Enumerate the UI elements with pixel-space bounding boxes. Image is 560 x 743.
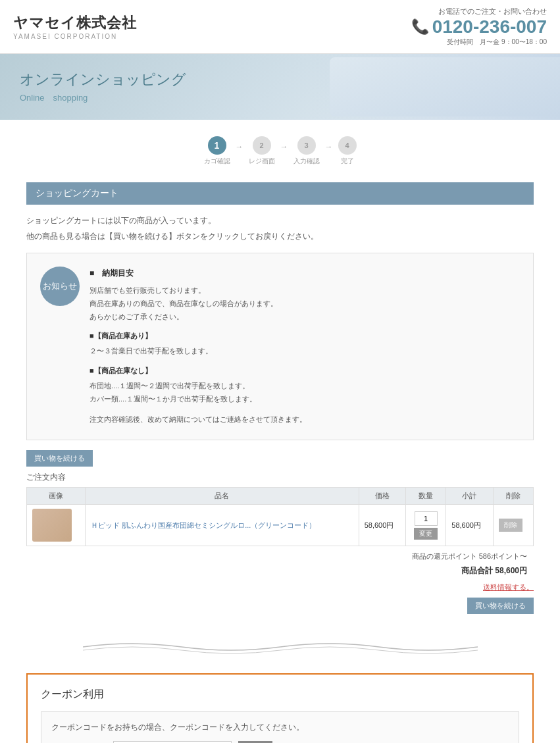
product-subtotal-cell: 58,600円: [446, 505, 493, 546]
banner-image: [310, 54, 560, 120]
step-4-circle: 4: [338, 136, 357, 155]
phone-number: 📞 0120-236-007: [411, 16, 547, 38]
cart-title: ショッピングカート: [36, 188, 118, 198]
qty-input[interactable]: [415, 511, 438, 526]
logo-area: ヤマセイ株式会社 YAMASEI CORPORATION: [13, 13, 137, 40]
cart-desc-1: ショッピングカートには以下の商品が入っています。: [26, 215, 534, 227]
coupon-title: クーポン利用: [41, 688, 519, 702]
col-subtotal: 小計: [446, 488, 493, 505]
product-qty-cell: 変更: [406, 505, 446, 546]
step-indicator: 1 カゴ確認 → 2 レジ画面 → 3 入力確認 → 4 完了: [0, 120, 560, 176]
grand-total-row: 商品合計 58,600円: [26, 563, 534, 578]
wave-divider: [0, 634, 560, 660]
phone-hours: 受付時間 月〜金 9：00〜18：00: [411, 38, 547, 47]
shipping-info-link[interactable]: 送料情報する。: [483, 583, 534, 591]
delivery-title: ■ 納期目安: [89, 267, 520, 281]
cart-section-header: ショッピングカート: [26, 182, 534, 205]
step-3-label: 入力確認: [293, 157, 320, 166]
product-price: 58,600円: [365, 521, 394, 529]
phone-area: お電話でのご注文・お問い合わせ 📞 0120-236-007 受付時間 月〜金 …: [411, 7, 547, 47]
out-stock-cover: カバー類....１週間〜１か月で出荷手配を致します。: [89, 393, 520, 406]
step-1: 1 カゴ確認: [204, 136, 230, 166]
step-2-circle: 2: [253, 136, 271, 155]
notice-content: ■ 納期目安 別店舗でも並行販売しております。 商品在庫ありの商品で、商品在庫な…: [89, 267, 520, 426]
site-header: ヤマセイ株式会社 YAMASEI CORPORATION お電話でのご注文・お問…: [0, 0, 560, 54]
coupon-inner: クーポンコードをお持ちの場合、クーポンコードを入力してください。 クーポンコード…: [41, 711, 519, 743]
logo-english: YAMASEI CORPORATION: [13, 33, 137, 40]
out-stock-futon: 布団地....１週間〜２週間で出荷手配を致します。: [89, 380, 520, 393]
step-3-circle: 3: [297, 136, 316, 155]
footer-note: 注文内容確認後、改めて納期についてはご連絡をさせて頂きます。: [89, 413, 520, 426]
shipping-link-area: 送料情報する。: [26, 582, 534, 592]
step-2-label: レジ画面: [249, 157, 275, 166]
step-4: 4 完了: [338, 136, 357, 166]
step-1-circle: 1: [208, 136, 226, 155]
col-price: 価格: [359, 488, 405, 505]
points-value: 586ポイント〜: [479, 551, 527, 561]
phone-label: お電話でのご注文・お問い合わせ: [411, 7, 547, 16]
delete-button[interactable]: 削除: [499, 519, 522, 532]
order-content-label: ご注文内容: [26, 472, 534, 483]
order-table: 画像 品名 価格 数量 小計 削除 Ｈピッド 肌ふんわり国産布団綿セミシングルロ…: [26, 487, 534, 546]
product-subtotal: 58,600円: [451, 521, 481, 529]
step-1-label: カゴ確認: [204, 157, 230, 166]
col-image: 画像: [27, 488, 86, 505]
qty-area: 変更: [411, 511, 440, 540]
delivery-line3: あらかじめご了承ください。: [89, 311, 520, 324]
product-name-cell: Ｈピッド 肌ふんわり国産布団綿セミシングルロ...（グリーンコード）: [86, 505, 359, 546]
grand-total-value: 58,600円: [495, 565, 527, 576]
continue-shopping-button-top[interactable]: 買い物を続ける: [26, 450, 93, 467]
out-stock-title: ■【商品在庫なし】: [89, 365, 520, 378]
order-section: 買い物を続ける ご注文内容 画像 品名 価格 数量 小計 削除: [26, 450, 534, 614]
phone-digits: 0120-236-007: [432, 16, 547, 38]
col-delete: 削除: [493, 488, 533, 505]
in-stock-title: ■【商品在庫あり】: [89, 330, 520, 343]
product-image: [32, 509, 72, 542]
points-label: 商品の還元ポイント: [412, 551, 477, 561]
col-name: 品名: [86, 488, 359, 505]
product-name: Ｈピッド 肌ふんわり国産布団綿セミシングルロ...（グリーンコード）: [91, 520, 353, 531]
in-stock-text: ２〜３営業日で出荷手配を致します。: [89, 345, 520, 358]
step-arrow-1: →: [236, 142, 243, 161]
continue-shopping-button-bottom[interactable]: 買い物を続ける: [467, 598, 534, 614]
phone-icon: 📞: [411, 18, 429, 36]
wave-svg: [83, 637, 478, 657]
step-arrow-2: →: [280, 142, 288, 161]
delivery-line2: 商品在庫ありの商品で、商品在庫なしの場合があります。: [89, 297, 520, 311]
qty-update-button[interactable]: 変更: [414, 528, 438, 540]
bed-illustration: [330, 57, 560, 116]
col-qty: 数量: [406, 488, 446, 505]
banner: オンラインショッピング Online shopping: [0, 54, 560, 120]
product-delete-cell: 削除: [493, 505, 533, 546]
step-2: 2 レジ画面: [249, 136, 275, 166]
delivery-line1: 別店舗でも並行販売しております。: [89, 284, 520, 297]
logo-japanese: ヤマセイ株式会社: [13, 13, 137, 33]
step-arrow-3: →: [325, 142, 333, 161]
notice-box: お知らせ ■ 納期目安 別店舗でも並行販売しております。 商品在庫ありの商品で、…: [26, 253, 534, 440]
cart-section: ショッピングカート ショッピングカートには以下の商品が入っています。 他の商品も…: [0, 176, 560, 627]
coupon-desc: クーポンコードをお持ちの場合、クーポンコードを入力してください。: [51, 722, 509, 733]
totals-section: 商品の還元ポイント 586ポイント〜 商品合計 58,600円: [26, 550, 534, 578]
coupon-section: クーポン利用 クーポンコードをお持ちの場合、クーポンコードを入力してください。 …: [26, 673, 534, 743]
step-3: 3 入力確認: [293, 136, 320, 166]
banner-text: オンラインショッピング Online shopping: [20, 70, 186, 104]
banner-title: オンラインショッピング: [20, 70, 186, 90]
cart-desc-2: 他の商品も見る場合は【買い物を続ける】ボタンをクリックしてお戻りください。: [26, 230, 534, 243]
product-price-cell: 58,600円: [359, 505, 405, 546]
points-row: 商品の還元ポイント 586ポイント〜: [26, 550, 534, 563]
product-image-cell: [27, 505, 86, 546]
step-4-label: 完了: [341, 157, 354, 166]
banner-subtitle: Online shopping: [20, 92, 186, 104]
table-row: Ｈピッド 肌ふんわり国産布団綿セミシングルロ...（グリーンコード） 58,60…: [27, 505, 534, 546]
grand-total-label: 商品合計: [461, 565, 493, 576]
notice-badge: お知らせ: [40, 267, 80, 306]
